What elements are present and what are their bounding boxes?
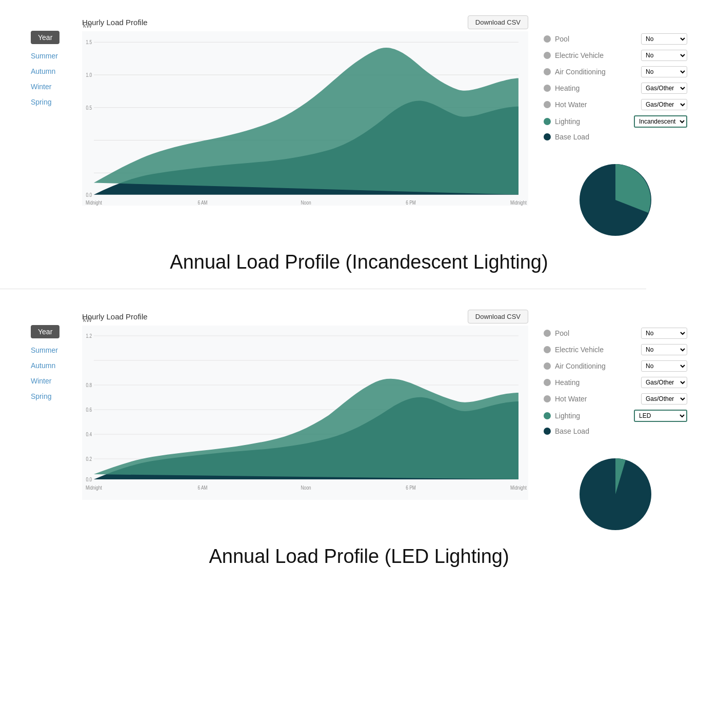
hotwater-select-2[interactable]: Gas/OtherElectric bbox=[641, 393, 687, 405]
lighting-dot-2 bbox=[544, 412, 551, 419]
heating-label-1: Heating bbox=[555, 84, 637, 92]
pool-label-1: Pool bbox=[555, 35, 637, 43]
lighting-label-2: Lighting bbox=[555, 412, 630, 420]
pie-chart-1 bbox=[574, 159, 656, 241]
ac-select-1[interactable]: NoYes bbox=[641, 66, 687, 77]
winter-link-2[interactable]: Winter bbox=[31, 375, 51, 387]
ac-dot-1 bbox=[544, 68, 551, 75]
year-button-1[interactable]: Year bbox=[31, 31, 59, 44]
divider bbox=[0, 289, 646, 289]
chart-area-1: Hourly Load Profile Download CSV kW 1.5 bbox=[82, 15, 528, 206]
legend-row-ac-1: Air Conditioning NoYes bbox=[544, 64, 687, 80]
baseload-label-1: Base Load bbox=[555, 133, 687, 141]
legend-row-ev-2: Electric Vehicle NoYes bbox=[544, 341, 687, 358]
pool-label-2: Pool bbox=[555, 329, 637, 337]
svg-text:Midnight: Midnight bbox=[510, 484, 527, 491]
baseload-dot-2 bbox=[544, 428, 551, 435]
y-unit-2: kW bbox=[83, 316, 92, 323]
right-panel-1: Pool NoYes Electric Vehicle NoYes Ai bbox=[544, 15, 687, 241]
hotwater-label-1: Hot Water bbox=[555, 100, 637, 109]
svg-text:0.0: 0.0 bbox=[86, 476, 92, 482]
svg-text:1.5: 1.5 bbox=[86, 39, 92, 46]
right-panel-2: Pool NoYes Electric Vehicle NoYes Ai bbox=[544, 310, 687, 535]
svg-text:1.0: 1.0 bbox=[86, 72, 92, 78]
heating-select-1[interactable]: Gas/OtherElectric bbox=[641, 83, 687, 94]
legend-row-baseload-1: Base Load bbox=[544, 130, 687, 144]
legend-row-heating-2: Heating Gas/OtherElectric bbox=[544, 374, 687, 391]
legend-row-pool-1: Pool NoYes bbox=[544, 31, 687, 47]
chart-svg-1: 1.5 1.0 0.5 0.0 Midnight 6 AM Noon 6 PM … bbox=[82, 31, 528, 206]
pie-svg-1 bbox=[574, 159, 656, 241]
legend-row-ev-1: Electric Vehicle NoYes bbox=[544, 47, 687, 64]
ev-dot-2 bbox=[544, 346, 551, 353]
lighting-label-1: Lighting bbox=[555, 117, 630, 126]
spring-link-1[interactable]: Spring bbox=[31, 96, 51, 108]
svg-text:Midnight: Midnight bbox=[510, 199, 527, 206]
svg-text:0.4: 0.4 bbox=[86, 431, 92, 437]
ev-select-2[interactable]: NoYes bbox=[641, 344, 687, 355]
chart-header-1: Hourly Load Profile Download CSV bbox=[82, 15, 528, 29]
heating-dot-1 bbox=[544, 85, 551, 92]
hotwater-select-1[interactable]: Gas/OtherElectric bbox=[641, 99, 687, 110]
pool-select-2[interactable]: NoYes bbox=[641, 328, 687, 339]
hotwater-dot-1 bbox=[544, 101, 551, 108]
svg-text:0.5: 0.5 bbox=[86, 105, 92, 111]
pool-dot-2 bbox=[544, 330, 551, 337]
lighting-select-2[interactable]: IncandescentLEDCFL bbox=[634, 410, 687, 422]
svg-text:1.2: 1.2 bbox=[86, 333, 92, 339]
winter-link-1[interactable]: Winter bbox=[31, 81, 51, 92]
svg-text:0.6: 0.6 bbox=[86, 407, 92, 413]
svg-text:6 AM: 6 AM bbox=[198, 484, 208, 491]
svg-text:Noon: Noon bbox=[301, 199, 311, 206]
legend-row-hotwater-2: Hot Water Gas/OtherElectric bbox=[544, 391, 687, 407]
legend-2: Pool NoYes Electric Vehicle NoYes Ai bbox=[544, 325, 687, 438]
pool-dot-1 bbox=[544, 35, 551, 43]
download-btn-1[interactable]: Download CSV bbox=[468, 15, 528, 29]
autumn-link-1[interactable]: Autumn bbox=[31, 66, 55, 77]
baseload-label-2: Base Load bbox=[555, 427, 687, 435]
summer-link-1[interactable]: Summer bbox=[31, 50, 58, 62]
heating-select-2[interactable]: Gas/OtherElectric bbox=[641, 377, 687, 388]
panel-led: Year Summer Autumn Winter Spring Hourly … bbox=[0, 294, 718, 578]
svg-text:Noon: Noon bbox=[301, 484, 311, 491]
svg-text:6 AM: 6 AM bbox=[198, 199, 208, 206]
svg-text:Midnight: Midnight bbox=[86, 484, 102, 491]
spring-link-2[interactable]: Spring bbox=[31, 391, 51, 402]
chart-area-2: Hourly Load Profile Download CSV kW 1 bbox=[82, 310, 528, 500]
legend-1: Pool NoYes Electric Vehicle NoYes Ai bbox=[544, 31, 687, 144]
legend-row-heating-1: Heating Gas/OtherElectric bbox=[544, 80, 687, 96]
hotwater-dot-2 bbox=[544, 395, 551, 402]
chart-section-2: Year Summer Autumn Winter Spring Hourly … bbox=[31, 310, 687, 535]
ev-dot-1 bbox=[544, 52, 551, 59]
chart-svg-2: 1.2 0.8 0.6 0.4 0.2 0.0 Midnight 6 AM No… bbox=[82, 326, 528, 500]
baseload-dot-1 bbox=[544, 133, 551, 140]
ac-select-2[interactable]: NoYes bbox=[641, 360, 687, 372]
chart-header-2: Hourly Load Profile Download CSV bbox=[82, 310, 528, 323]
download-btn-2[interactable]: Download CSV bbox=[468, 310, 528, 323]
year-button-2[interactable]: Year bbox=[31, 325, 59, 338]
ac-label-1: Air Conditioning bbox=[555, 68, 637, 76]
legend-row-ac-2: Air Conditioning NoYes bbox=[544, 358, 687, 374]
svg-text:6 PM: 6 PM bbox=[406, 199, 416, 206]
lighting-area-1 bbox=[94, 48, 518, 195]
svg-text:Midnight: Midnight bbox=[86, 199, 102, 206]
svg-text:6 PM: 6 PM bbox=[406, 484, 416, 491]
panel-incandescent: Year Summer Autumn Winter Spring Hourly … bbox=[0, 0, 718, 284]
panel-title-1: Annual Load Profile (Incandescent Lighti… bbox=[170, 251, 548, 273]
ac-dot-2 bbox=[544, 362, 551, 370]
legend-row-pool-2: Pool NoYes bbox=[544, 325, 687, 341]
autumn-link-2[interactable]: Autumn bbox=[31, 360, 55, 371]
season-selector-1: Year Summer Autumn Winter Spring bbox=[31, 15, 67, 108]
season-selector-2: Year Summer Autumn Winter Spring bbox=[31, 310, 67, 402]
pie-chart-2 bbox=[574, 453, 656, 535]
summer-link-2[interactable]: Summer bbox=[31, 345, 58, 356]
legend-row-hotwater-1: Hot Water Gas/OtherElectric bbox=[544, 96, 687, 113]
pool-select-1[interactable]: NoYes bbox=[641, 33, 687, 45]
ev-select-1[interactable]: NoYes bbox=[641, 50, 687, 61]
lighting-select-1[interactable]: IncandescentLEDCFL bbox=[634, 115, 687, 128]
panel-title-2: Annual Load Profile (LED Lighting) bbox=[209, 545, 509, 568]
lighting-dot-1 bbox=[544, 118, 551, 125]
legend-row-lighting-1: Lighting IncandescentLEDCFL bbox=[544, 113, 687, 130]
chart-wrapper-1: 1.5 1.0 0.5 0.0 Midnight 6 AM Noon 6 PM … bbox=[82, 31, 528, 206]
y-unit-1: kW bbox=[83, 22, 92, 29]
